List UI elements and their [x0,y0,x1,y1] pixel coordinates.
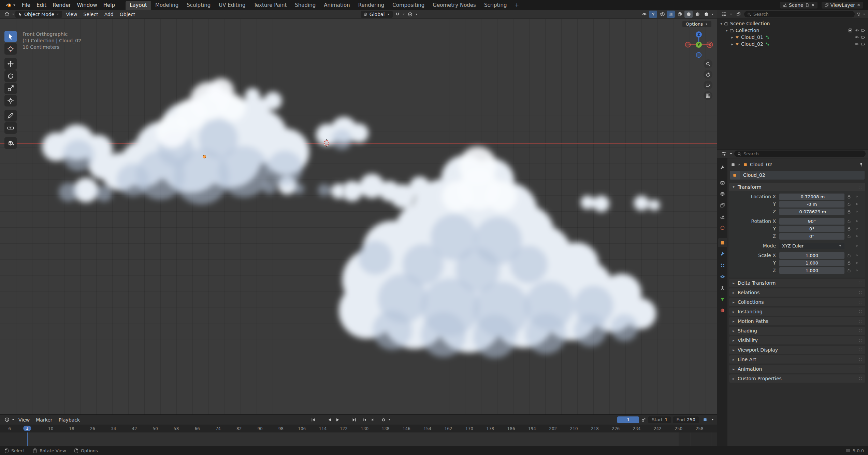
object-name-field[interactable] [740,171,865,180]
prev-frame-button[interactable] [361,416,369,423]
workspace-tab-uv-editing[interactable]: UV Editing [215,1,249,10]
filter-icon[interactable] [856,12,861,16]
properties-tab-scene[interactable] [718,212,727,221]
editor-type-3d-viewport-button[interactable] [3,11,11,18]
menu-file[interactable]: File [19,1,33,9]
transform-orientation-dropdown[interactable]: Global [361,11,393,18]
editor-type-outliner-button[interactable] [720,11,728,18]
unlink-viewlayer-icon[interactable] [857,3,860,7]
animate-dot[interactable] [855,268,859,272]
lock-icon[interactable] [847,195,851,199]
viewport-options-button[interactable]: Options [682,21,711,27]
workspace-tab-modeling[interactable]: Modeling [151,1,183,10]
viewport-menu-object[interactable]: Object [117,11,139,17]
lock-icon[interactable] [847,261,851,265]
timeline-menu-view[interactable]: View [15,417,33,423]
animate-dot[interactable] [855,261,859,265]
lock-icon[interactable] [847,202,851,207]
current-frame-field[interactable] [617,416,639,423]
show-gizmo-button[interactable] [649,11,657,18]
camera-view-button[interactable] [704,81,712,89]
disable-render-camera[interactable] [861,42,866,46]
panel-relations[interactable]: ▸Relations [729,288,865,297]
proportional-editing-button[interactable] [406,11,414,18]
properties-tab-view-layer[interactable] [718,201,727,210]
viewport-menu-select[interactable]: Select [80,11,101,17]
animate-dot[interactable] [855,227,859,231]
workspace-tab-texture-paint[interactable]: Texture Paint [249,1,291,10]
play-reverse-button[interactable] [326,416,334,423]
frame-start-field[interactable]: Start 1 [648,416,671,423]
playhead-line[interactable] [27,432,28,446]
timeline-ruler[interactable]: 1 -6210182634425058667482909810611412213… [0,425,717,432]
properties-tab-material[interactable] [718,306,727,315]
outliner-search[interactable] [744,11,855,17]
menu-edit[interactable]: Edit [33,1,49,9]
panel-animation[interactable]: ▸Animation [729,365,865,373]
properties-tab-world[interactable] [718,223,727,232]
animate-dot[interactable] [855,202,859,206]
panel-delta-transform[interactable]: ▸Delta Transform [729,279,865,287]
panel-grip[interactable] [859,338,863,342]
panel-shading[interactable]: ▸Shading [729,327,865,335]
panel-grip[interactable] [859,348,863,352]
panel-grip[interactable] [859,329,863,333]
panel-grip[interactable] [859,290,863,295]
field-mode-value[interactable]: XYZ Euler [779,243,844,249]
add-workspace-button[interactable]: + [512,1,522,9]
animate-dot[interactable] [855,244,859,248]
pan-button[interactable] [704,70,712,79]
lock-icon[interactable] [847,234,851,239]
animate-dot[interactable] [855,195,859,199]
tool-select-box[interactable] [4,31,17,42]
show-overlays-button[interactable] [658,11,666,18]
zoom-button[interactable] [704,59,712,68]
tool-move[interactable] [4,58,17,70]
panel-instancing[interactable]: ▸Instancing [729,308,865,316]
tool-transform[interactable] [4,95,17,106]
menu-window[interactable]: Window [74,1,100,9]
blender-menu-button[interactable] [3,2,18,8]
menu-help[interactable]: Help [100,1,118,9]
jump-start-button[interactable] [309,416,317,423]
tool-cursor[interactable] [4,43,17,55]
field-y-value[interactable]: -0 m [779,201,844,208]
hide-eye[interactable] [854,35,859,40]
unlink-scene-icon[interactable] [811,3,815,7]
panel-grip[interactable] [859,357,863,361]
auto-keying-button[interactable] [380,416,388,423]
tool-scale[interactable] [4,83,17,94]
tool-add-cube[interactable] [4,137,17,149]
properties-tab-object[interactable] [718,238,727,247]
panel-line-art[interactable]: ▸Line Art [729,355,865,364]
workspace-tab-sculpting[interactable]: Sculpting [183,1,215,10]
properties-tab-render[interactable] [718,178,727,187]
snap-toggle-button[interactable] [393,11,402,18]
shading-solid-button[interactable] [684,11,693,18]
new-scene-icon[interactable] [805,3,809,7]
panel-custom-properties[interactable]: ▸Custom Properties [729,374,865,383]
frame-end-field[interactable]: End 250 [673,416,699,423]
animate-dot[interactable] [855,210,859,214]
panel-collections[interactable]: ▸Collections [729,298,865,306]
properties-search-input[interactable] [743,151,863,156]
field-rotation-x-value[interactable]: 90° [779,218,844,225]
panel-grip[interactable] [859,367,863,371]
panel-visibility[interactable]: ▸Visibility [729,336,865,344]
menu-render[interactable]: Render [49,1,74,9]
play-button[interactable] [334,416,342,423]
lock-icon[interactable] [847,227,851,231]
panel-motion-paths[interactable]: ▸Motion Paths [729,317,865,325]
transform-panel-header[interactable]: ▾ Transform [729,183,865,191]
jump-end-button[interactable] [350,416,358,423]
expand-arrow-icon[interactable]: ▸ [729,42,735,46]
properties-search[interactable] [734,151,866,157]
panel-viewport-display[interactable]: ▸Viewport Display [729,346,865,354]
workspace-tab-scripting[interactable]: Scripting [480,1,511,10]
lock-icon[interactable] [847,210,851,214]
tool-rotate[interactable] [4,70,17,82]
panel-grip[interactable] [859,376,863,381]
field-y-value[interactable]: 1.000 [779,260,844,266]
expand-arrow-icon[interactable]: ▾ [724,28,729,33]
field-z-value[interactable]: 1.000 [779,267,844,274]
